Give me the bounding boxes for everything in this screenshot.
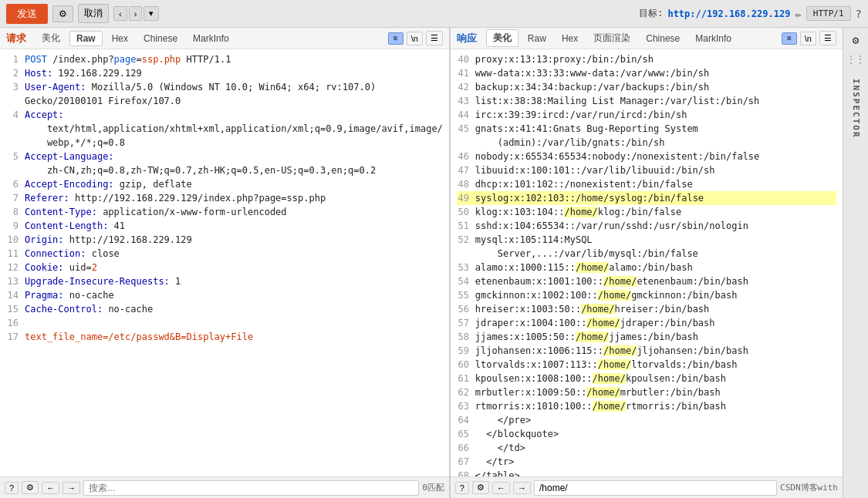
tab-hex-right[interactable]: Hex — [556, 32, 584, 45]
search-next-right[interactable]: → — [513, 482, 531, 494]
nav-group: ‹ › ▾ — [113, 6, 159, 21]
response-content[interactable]: 40 proxy:x:13:13:proxy:/bin:/bin/sh 41 w… — [451, 49, 843, 476]
format-lines-icon[interactable]: ≡ — [388, 32, 404, 45]
left-panel-icons: ≡ \n ☰ — [388, 31, 443, 45]
table-row: 68 </table> — [457, 469, 836, 476]
search-input-left[interactable] — [83, 480, 419, 496]
table-row: 58 jjames:x:1005:50::/home/jjames:/bin/b… — [457, 330, 836, 344]
table-row: 4 Accept: text/html,application/xhtml+xm… — [6, 108, 443, 150]
table-row: 64 </pre> — [457, 413, 836, 427]
help-bottom-left[interactable]: ? — [5, 482, 19, 494]
tab-beautify-right[interactable]: 美化 — [486, 29, 518, 47]
table-row: 8 Content-Type: application/x-www-form-u… — [6, 205, 443, 219]
table-row: 40 proxy:x:13:13:proxy:/bin:/bin/sh — [457, 52, 836, 66]
help-bottom-right[interactable]: ? — [455, 482, 469, 494]
table-row: 1 POST /index.php?page=ssp.php HTTP/1.1 — [6, 52, 443, 66]
table-row: 56 hreiser:x:1003:50::/home/hreiser:/bin… — [457, 302, 836, 316]
format-lines-right[interactable]: ≡ — [782, 32, 797, 45]
inspector-label: INSPECTOR — [851, 79, 861, 139]
tab-beautify-left[interactable]: 美化 — [35, 30, 66, 46]
table-row: 43 list:x:38:38:Mailing List Manager:/va… — [457, 94, 836, 108]
table-row: 42 backup:x:34:34:backup:/var/backups:/b… — [457, 80, 836, 94]
nav-back-button[interactable]: ‹ — [113, 6, 127, 21]
table-row: 16 — [6, 316, 443, 330]
table-row: 62 mrbutler:x:1009:50::/home/mrbutler:/b… — [457, 385, 836, 399]
table-row: 59 jljohansen:x:1006:115::/home/jljohans… — [457, 344, 836, 358]
search-prev-left[interactable]: ← — [42, 482, 59, 494]
match-count-right: CSDN博客with — [780, 482, 838, 493]
tab-raw-left[interactable]: Raw — [69, 31, 103, 46]
table-row: 5 Accept-Language: zh-CN,zh;q=0.8,zh-TW;… — [6, 150, 443, 177]
table-row: 60 ltorvalds:x:1007:113::/home/ltorvalds… — [457, 358, 836, 372]
search-prev-right[interactable]: ← — [492, 482, 510, 494]
help-icon[interactable]: ? — [856, 8, 862, 20]
table-row: 15 Cache-Control: no-cache — [6, 302, 443, 316]
match-count-left: 0匹配 — [422, 482, 444, 493]
format-wrap-right[interactable]: \n — [800, 32, 816, 45]
format-menu-right[interactable]: ☰ — [819, 31, 836, 45]
settings-bottom-left[interactable]: ⚙ — [22, 481, 39, 494]
send-button[interactable]: 发送 — [6, 4, 48, 24]
response-panel: 响应 美化 Raw Hex 页面渲染 Chinese MarkInfo ≡ \n… — [451, 28, 843, 498]
search-next-left[interactable]: → — [62, 482, 80, 494]
table-row: 7 Referer: http://192.168.229.129/index.… — [6, 191, 443, 205]
table-row: 10 Origin: http://192.168.229.129 — [6, 233, 443, 247]
table-row: 49 syslog:x:102:103::/home/syslog:/bin/f… — [457, 191, 836, 205]
inspector-sidebar: ⚙ ⋮⋮ INSPECTOR — [843, 28, 868, 498]
table-row: 51 sshd:x:104:65534::/var/run/sshd:/usr/… — [457, 219, 836, 233]
nav-dropdown-button[interactable]: ▾ — [144, 6, 159, 21]
table-row: 3 User-Agent: Mozilla/5.0 (Windows NT 10… — [6, 80, 443, 108]
settings-icon-button[interactable]: ⚙ — [52, 5, 73, 22]
tab-markinfo-left[interactable]: MarkInfo — [187, 32, 235, 45]
request-bottom-bar: ? ⚙ ← → 0匹配 — [0, 476, 449, 498]
table-row: 55 gmckinnon:x:1002:100::/home/gmckinnon… — [457, 288, 836, 302]
request-content[interactable]: 1 POST /index.php?page=ssp.php HTTP/1.1 … — [0, 49, 449, 476]
inspector-settings-icon[interactable]: ⚙ — [853, 34, 859, 46]
target-url: http://192.168.229.129 — [667, 8, 790, 19]
table-row: 61 kpoulsen:x:1008:100::/home/kpoulsen:/… — [457, 372, 836, 385]
settings-bottom-right[interactable]: ⚙ — [472, 481, 489, 494]
table-row: 48 dhcp:x:101:102::/nonexistent:/bin/fal… — [457, 177, 836, 191]
main-container: 请求 美化 Raw Hex Chinese MarkInfo ≡ \n ☰ 1 … — [0, 28, 868, 498]
target-label: 目标: — [639, 7, 663, 20]
table-row: 41 www-data:x:33:33:www-data:/var/www:/b… — [457, 66, 836, 80]
http-version-badge: HTTP/1 — [806, 6, 851, 21]
table-row: 11 Connection: close — [6, 247, 443, 261]
table-row: 17 text_file_name=/etc/passwd&B=Display+… — [6, 330, 443, 344]
tab-markinfo-right[interactable]: MarkInfo — [689, 32, 738, 45]
format-menu-icon[interactable]: ☰ — [426, 31, 443, 45]
table-row: 12 Cookie: uid=2 — [6, 261, 443, 274]
edit-icon[interactable]: ✏ — [795, 8, 801, 20]
table-row: 44 irc:x:39:39:ircd:/var/run/ircd:/bin/s… — [457, 108, 836, 122]
table-row: 65 </blockquote> — [457, 427, 836, 441]
request-panel-header: 请求 美化 Raw Hex Chinese MarkInfo ≡ \n ☰ — [0, 28, 449, 49]
tab-raw-right[interactable]: Raw — [522, 32, 552, 45]
cancel-button[interactable]: 取消 — [78, 4, 109, 23]
table-row: 2 Host: 192.168.229.129 — [6, 66, 443, 80]
table-row: 53 alamo:x:1000:115::/home/alamo:/bin/ba… — [457, 261, 836, 274]
nav-forward-button[interactable]: › — [129, 6, 143, 21]
table-row: 47 libuuid:x:100:101::/var/lib/libuuid:/… — [457, 163, 836, 177]
tab-render-right[interactable]: 页面渲染 — [587, 30, 637, 46]
request-title: 请求 — [6, 32, 26, 45]
table-row: 50 klog:x:103:104::/home/klog:/bin/false — [457, 205, 836, 219]
table-row: 63 rtmorris:x:1010:100::/home/rtmorris:/… — [457, 399, 836, 413]
tab-hex-left[interactable]: Hex — [106, 32, 134, 45]
table-row: 6 Accept-Encoding: gzip, deflate — [6, 177, 443, 191]
table-row: 66 </td> — [457, 441, 836, 455]
table-row: 14 Pragma: no-cache — [6, 288, 443, 302]
format-wrap-icon[interactable]: \n — [407, 32, 423, 45]
table-row: 45 gnats:x:41:41:Gnats Bug-Reporting Sys… — [457, 122, 836, 150]
top-bar: 发送 ⚙ 取消 ‹ › ▾ 目标: http://192.168.229.129… — [0, 0, 868, 28]
table-row: 9 Content-Length: 41 — [6, 219, 443, 233]
table-row: 54 etenenbaum:x:1001:100::/home/etenenba… — [457, 274, 836, 288]
tab-chinese-right[interactable]: Chinese — [640, 32, 686, 45]
table-row: 52 mysql:x:105:114:MySQL Server,...:/var… — [457, 233, 836, 261]
request-panel: 请求 美化 Raw Hex Chinese MarkInfo ≡ \n ☰ 1 … — [0, 28, 451, 498]
search-input-right[interactable] — [534, 480, 777, 496]
tab-chinese-left[interactable]: Chinese — [137, 32, 184, 45]
table-row: 67 </tr> — [457, 455, 836, 469]
table-row: 57 jdraper:x:1004:100::/home/jdraper:/bi… — [457, 316, 836, 330]
response-panel-header: 响应 美化 Raw Hex 页面渲染 Chinese MarkInfo ≡ \n… — [451, 28, 843, 49]
inspector-lines-icon: ⋮⋮ — [846, 54, 865, 65]
